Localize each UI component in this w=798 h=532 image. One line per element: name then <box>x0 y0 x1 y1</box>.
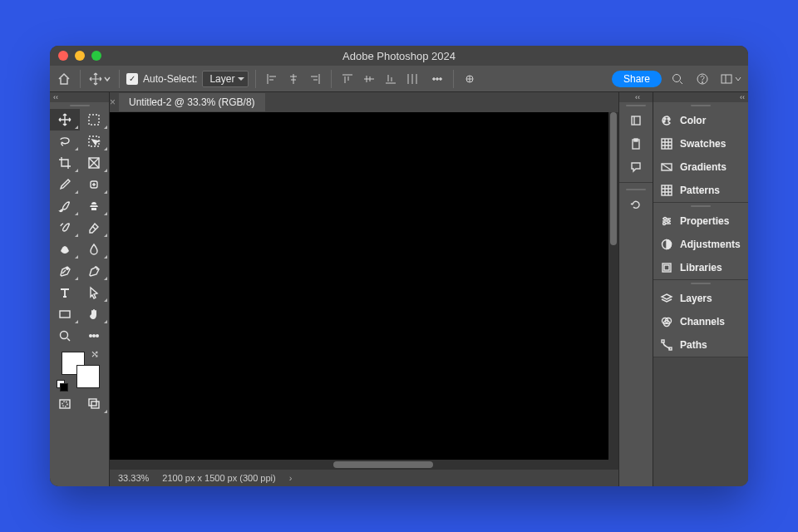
color-swatches-control[interactable]: ⤭ <box>57 350 102 390</box>
svg-point-17 <box>96 335 99 337</box>
comments-panel-icon[interactable] <box>619 155 653 179</box>
libraries-panel-tab[interactable]: Libraries <box>653 256 748 279</box>
properties-panel-tab[interactable]: Properties <box>653 209 748 233</box>
move-tool-indicator[interactable] <box>87 70 112 88</box>
close-tab-button[interactable]: × <box>110 96 116 108</box>
search-button[interactable] <box>668 70 687 88</box>
blur-tool[interactable] <box>80 239 110 260</box>
status-caret-icon[interactable]: › <box>289 473 293 483</box>
learn-panel-icon[interactable] <box>619 109 653 132</box>
panel-group-properties: Properties Adjustments Libraries <box>653 203 748 280</box>
eraser-tool[interactable] <box>80 217 110 239</box>
vertical-scrollbar[interactable] <box>610 112 617 245</box>
collapse-tools-button[interactable]: ‹‹ <box>50 92 109 102</box>
hand-tool[interactable] <box>80 303 110 325</box>
svg-point-2 <box>440 77 442 80</box>
align-left-button[interactable] <box>263 70 281 88</box>
panel-gripper[interactable] <box>653 102 748 109</box>
panel-group-color: Color Swatches Gradients Patterns <box>653 102 748 203</box>
panel-label: Color <box>680 115 706 126</box>
svg-point-15 <box>90 335 92 337</box>
home-button[interactable] <box>55 70 73 88</box>
expand-narrow-button[interactable]: ‹‹ <box>619 92 653 102</box>
swatches-panel-tab[interactable]: Swatches <box>653 132 748 155</box>
horizontal-scrollbar[interactable] <box>333 461 433 468</box>
auto-select-group: ✓ Auto-Select: Layer <box>126 71 249 87</box>
align-bottom-button[interactable] <box>382 70 400 88</box>
healing-brush-tool[interactable] <box>80 174 110 195</box>
quick-mask-button[interactable] <box>50 393 80 415</box>
3d-mode-button[interactable] <box>461 70 479 88</box>
separator <box>119 70 120 88</box>
canvas-viewport[interactable] <box>110 112 618 470</box>
edit-toolbar-button[interactable] <box>80 325 110 347</box>
marquee-tool[interactable] <box>80 109 110 131</box>
path-select-tool[interactable] <box>80 282 110 303</box>
layers-panel-tab[interactable]: Layers <box>653 287 748 310</box>
type-tool[interactable] <box>50 282 80 303</box>
svg-rect-20 <box>91 401 99 408</box>
pen-tool[interactable] <box>50 260 80 282</box>
color-panel-tab[interactable]: Color <box>653 109 748 132</box>
narrow-gripper[interactable] <box>619 102 653 109</box>
adjustments-panel-tab[interactable]: Adjustments <box>653 233 748 256</box>
frame-tool[interactable] <box>80 152 110 174</box>
document-tab[interactable]: Untitled-2 @ 33.3% (RGB/8) <box>119 93 265 111</box>
collapse-panels-button[interactable]: ‹‹ <box>653 92 748 102</box>
auto-select-label: Auto-Select: <box>143 73 197 85</box>
auto-select-mode-dropdown[interactable]: Layer <box>202 71 249 87</box>
document-tabs: × Untitled-2 @ 33.3% (RGB/8) <box>110 92 618 112</box>
svg-rect-21 <box>89 399 96 406</box>
help-button[interactable] <box>693 70 712 88</box>
tools-panel: ‹‹ <box>50 92 110 486</box>
svg-point-6 <box>702 81 702 82</box>
document-info[interactable]: 2100 px x 1500 px (300 ppi) <box>162 473 275 483</box>
workspace-dropdown[interactable] <box>718 70 743 88</box>
screen-mode-button[interactable] <box>80 393 110 415</box>
panel-label: Layers <box>680 293 712 304</box>
svg-point-1 <box>436 77 439 80</box>
rectangle-tool[interactable] <box>50 303 80 325</box>
clone-stamp-tool[interactable] <box>80 195 110 217</box>
history-panel-icon[interactable] <box>619 193 653 216</box>
brush-tool[interactable] <box>50 195 80 217</box>
panel-label: Swatches <box>680 138 726 150</box>
align-center-h-button[interactable] <box>284 70 303 88</box>
svg-point-16 <box>93 335 96 337</box>
eyedropper-tool[interactable] <box>50 174 80 195</box>
svg-point-26 <box>667 118 669 120</box>
gradients-panel-tab[interactable]: Gradients <box>653 155 748 179</box>
align-top-button[interactable] <box>338 70 357 88</box>
move-tool[interactable] <box>50 109 80 131</box>
auto-select-checkbox[interactable]: ✓ <box>126 73 138 85</box>
patterns-panel-tab[interactable]: Patterns <box>653 179 748 202</box>
panel-gripper[interactable] <box>653 203 748 209</box>
curvature-pen-tool[interactable] <box>80 260 110 282</box>
more-options-button[interactable] <box>428 70 446 88</box>
panel-label: Patterns <box>680 185 720 196</box>
crop-tool[interactable] <box>50 152 80 174</box>
swap-colors-icon[interactable]: ⤭ <box>91 348 99 360</box>
narrow-gripper[interactable] <box>619 186 653 193</box>
paths-panel-tab[interactable]: Paths <box>653 333 748 357</box>
svg-rect-22 <box>632 116 640 125</box>
clipboard-panel-icon[interactable] <box>619 132 653 155</box>
distribute-button[interactable] <box>403 70 421 88</box>
default-colors-icon[interactable] <box>57 380 66 390</box>
quick-select-tool[interactable] <box>80 131 110 152</box>
background-color[interactable] <box>76 365 100 388</box>
zoom-level[interactable]: 33.33% <box>118 473 149 483</box>
align-center-v-button[interactable] <box>360 70 378 88</box>
share-button[interactable]: Share <box>612 71 662 87</box>
svg-point-0 <box>433 77 436 80</box>
channels-panel-tab[interactable]: Channels <box>653 310 748 333</box>
align-right-button[interactable] <box>306 70 324 88</box>
panel-gripper[interactable] <box>653 280 748 287</box>
gradient-tool[interactable] <box>50 239 80 260</box>
history-brush-tool[interactable] <box>50 217 80 239</box>
tools-gripper[interactable] <box>50 102 109 109</box>
lasso-tool[interactable] <box>50 131 80 152</box>
zoom-tool[interactable] <box>50 325 80 347</box>
svg-point-32 <box>667 220 670 223</box>
canvas[interactable] <box>110 112 608 460</box>
